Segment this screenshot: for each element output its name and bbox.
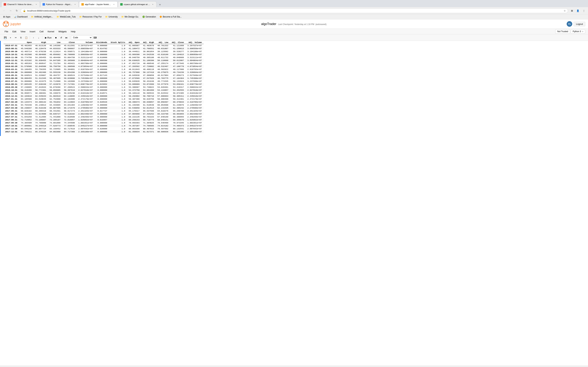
cut-cell-button[interactable]: ✂ [13, 35, 18, 40]
profile-button[interactable]: 👤 [575, 8, 580, 13]
keyboard-shortcuts-button[interactable]: ⌨ [93, 35, 97, 40]
table-cell: 48.611732 [156, 56, 170, 59]
copy-cell-button[interactable]: ⎘ [18, 35, 24, 40]
col-high: High [34, 41, 48, 44]
table-cell: 65.807595 [48, 106, 62, 109]
table-cell: 58.305411 [170, 95, 186, 98]
extensions-button[interactable]: ⊞ [570, 8, 574, 13]
table-cell: 47.952720 [127, 62, 141, 65]
new-tab-button[interactable]: + [157, 2, 162, 7]
tab-close-ccpaco[interactable]: × [151, 3, 154, 6]
table-cell: 2.351325e+07 [186, 109, 204, 112]
table-cell: 49.048689 [170, 56, 186, 59]
paste-cell-button[interactable]: 📋 [24, 35, 29, 40]
bookmark-generation[interactable]: 🟢 Generation [141, 15, 157, 18]
interrupt-button[interactable]: ■ [53, 35, 58, 40]
table-cell: 62.485242 [170, 106, 186, 109]
restart-button[interactable]: ↺ [59, 35, 63, 40]
browser-chrome: Channel 9: Videos for develop... × Pytho… [0, 0, 588, 19]
table-cell: 60.058467 [156, 100, 170, 103]
table-cell: 46.617904 [156, 74, 170, 77]
table-cell: 1.0 [109, 103, 127, 106]
table-cell: 2.862348e+07 [186, 112, 204, 115]
tab-algotrader[interactable]: algoTrader - Jupyter Notebook × [79, 1, 118, 7]
logout-button[interactable]: Logout [574, 22, 585, 26]
table-cell: 47.720002 [141, 65, 156, 68]
tab-close-algotrader[interactable]: × [112, 3, 115, 6]
table-cell: 1.0 [109, 98, 127, 100]
star-icon[interactable]: ☆ [564, 9, 566, 12]
notebook-name[interactable]: algoTrader [261, 22, 276, 26]
table-cell: 46.532497 [156, 65, 170, 68]
table-cell: 74.014182 [156, 124, 170, 127]
tab-channel9[interactable]: Channel 9: Videos for develop... × [1, 1, 40, 7]
table-cell: 55.615542 [156, 92, 170, 95]
table-cell: 53.658161 [170, 83, 186, 86]
tab-ccpaco[interactable]: ccpaco.github.io/images at ma... × [118, 1, 156, 7]
table-cell: 47.877945 [170, 62, 186, 65]
table-cell: 2.919319e+07 [186, 92, 204, 95]
bookmark-resources[interactable]: 📁 Resources I Pay For [78, 15, 103, 18]
bookmark-dashboard[interactable]: 📊 Dashboard [12, 15, 29, 18]
col-dividends: Dividends [95, 41, 109, 44]
tab-close-channel9[interactable]: × [35, 3, 38, 6]
table-cell: 2.279596e+07 [77, 106, 95, 109]
table-cell: 72.715652 [19, 118, 34, 121]
table-cell: 68.222135 [127, 115, 141, 118]
table-cell: 2.910783e+07 [186, 68, 204, 71]
cell-type-select[interactable]: Code Markdown Raw NBConvert [71, 35, 92, 40]
menu-help[interactable]: Help [69, 30, 77, 33]
table-cell: 3.313111e+07 [186, 56, 204, 59]
dashboard-icon: 📊 [14, 16, 17, 18]
move-down-button[interactable]: ↓ [36, 35, 41, 40]
table-cell: 54.054286 [62, 71, 77, 74]
menu-widgets[interactable]: Widgets [57, 30, 69, 33]
settings-button[interactable]: ⋮ [581, 8, 586, 13]
table-cell: 53.712000 [48, 80, 62, 83]
tab-favicon-ccpaco [120, 3, 123, 6]
svg-point-3 [5, 25, 7, 26]
back-button[interactable]: ← [2, 8, 7, 13]
bookmark-webcodetusts[interactable]: 📁 Web&Code_Tuts [55, 15, 77, 18]
save-button[interactable]: 💾 [3, 35, 8, 40]
jupyter-wordmark: jupyter [10, 22, 21, 26]
menu-view[interactable]: View [19, 30, 27, 33]
bookmark-university[interactable]: 📁 University [104, 15, 119, 18]
bookmark-apps[interactable]: ⊞ Apps [2, 15, 12, 18]
tab-python-finance[interactable]: Python for Finance – Algorith... × [40, 1, 79, 7]
menu-cell[interactable]: Cell [38, 30, 45, 33]
menu-edit[interactable]: Edit [11, 30, 18, 33]
table-cell: 0.000000 [95, 80, 109, 83]
toolbar-sep-3 [70, 36, 70, 39]
table-cell: 2.007042e+07 [186, 127, 204, 130]
table-cell: 66.315798 [156, 112, 170, 115]
menu-kernel[interactable]: Kernel [46, 30, 56, 33]
move-up-button[interactable]: ↑ [31, 35, 36, 40]
table-cell: 84.794211 [19, 130, 34, 133]
table-cell: 2.472179e+07 [77, 98, 95, 100]
address-bar[interactable]: 🔒 localhost:8888/notebooks/algoTrader.ip… [21, 8, 568, 13]
bookmark-wedesign[interactable]: 📁 We Design Gu. [120, 15, 140, 18]
menu-file[interactable]: File [3, 30, 10, 33]
menu-insert[interactable]: Insert [28, 30, 37, 33]
tab-close-python[interactable]: × [74, 3, 77, 6]
table-cell: 59.925238 [62, 92, 77, 95]
bookmark-fullsta[interactable]: 🔶 Become a Full Sta... [158, 15, 183, 18]
add-cell-button[interactable]: + [8, 35, 13, 40]
table-cell: 47.547926 [141, 77, 156, 80]
forward-button[interactable]: → [8, 8, 13, 13]
table-cell: 0.000000 [95, 95, 109, 98]
bookmark-ai[interactable]: 📁 Artificial_Intelligen... [30, 15, 54, 18]
run-button[interactable]: ▶ Run [43, 35, 53, 40]
table-cell: 47.283592 [127, 65, 141, 68]
refresh-button[interactable]: ↻ [14, 8, 19, 13]
generation-icon: 🟢 [142, 16, 145, 18]
table-cell: 48.700909 [62, 53, 77, 56]
table-cell: 84.087724 [34, 127, 48, 130]
table-cell: 68.917273 [62, 109, 77, 112]
restart-run-button[interactable]: ⏭ [64, 35, 69, 40]
table-cell: 46.120476 [34, 47, 48, 50]
table-cell-date: 2016-06-30 [3, 77, 19, 80]
not-trusted-button[interactable]: Not Trusted [555, 29, 570, 33]
table-cell: 1.0 [109, 124, 127, 127]
